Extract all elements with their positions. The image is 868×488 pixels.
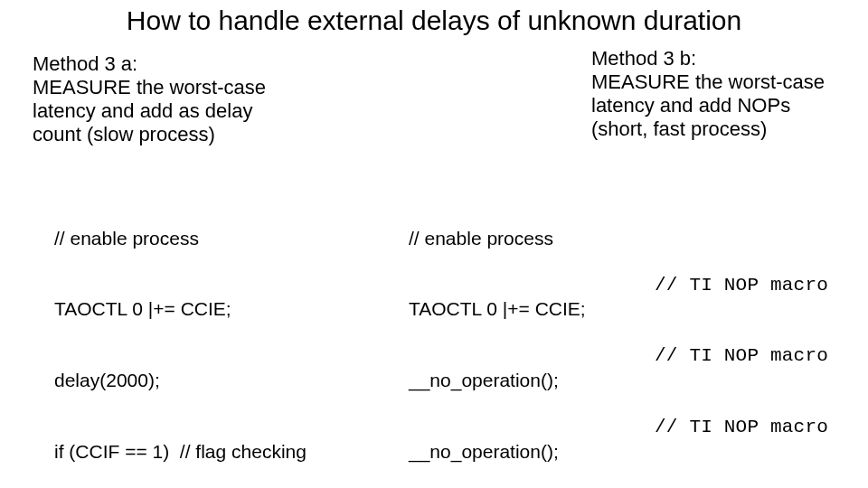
method-a-heading: Method 3 a:	[33, 52, 331, 76]
code-a-line1: // enable process	[54, 227, 398, 250]
code-a-line3: delay(2000);	[54, 369, 398, 392]
slide: How to handle external delays of unknown…	[0, 0, 868, 488]
code-a-line2: TAOCTL 0 |+= CCIE;	[54, 297, 398, 321]
slide-title: How to handle external delays of unknown…	[0, 5, 868, 36]
method-a-line2: latency and add as delay	[33, 99, 331, 123]
method-b-line3: (short, fast process)	[591, 117, 863, 141]
code-b-line3: __no_operation();	[409, 369, 644, 392]
code-b-comment2: // TI NOP macro	[655, 344, 863, 368]
code-b-line2: TAOCTL 0 |+= CCIE;	[409, 297, 644, 321]
code-b-line4: __no_operation();	[409, 440, 644, 464]
code-block-a: // enable process TAOCTL 0 |+= CCIE; del…	[54, 179, 398, 488]
method-b-heading: Method 3 b:	[591, 47, 863, 70]
code-block-b: // enable process TAOCTL 0 |+= CCIE; __n…	[409, 179, 644, 488]
method-b-line2: latency and add NOPs	[591, 94, 863, 117]
code-b-comment1: // TI NOP macro	[655, 274, 863, 297]
code-b-comments: // TI NOP macro // TI NOP macro // TI NO…	[655, 226, 863, 488]
method-b-line1: MEASURE the worst-case	[591, 70, 863, 94]
method-b-description: Method 3 b: MEASURE the worst-case laten…	[591, 47, 863, 141]
method-a-line1: MEASURE the worst-case	[33, 76, 331, 99]
code-b-comment3: // TI NOP macro	[655, 416, 863, 439]
method-a-line3: count (slow process)	[33, 123, 331, 146]
code-a-line4: if (CCIF == 1) // flag checking	[54, 440, 398, 464]
method-a-description: Method 3 a: MEASURE the worst-case laten…	[33, 52, 331, 146]
code-b-line1: // enable process	[409, 227, 644, 250]
